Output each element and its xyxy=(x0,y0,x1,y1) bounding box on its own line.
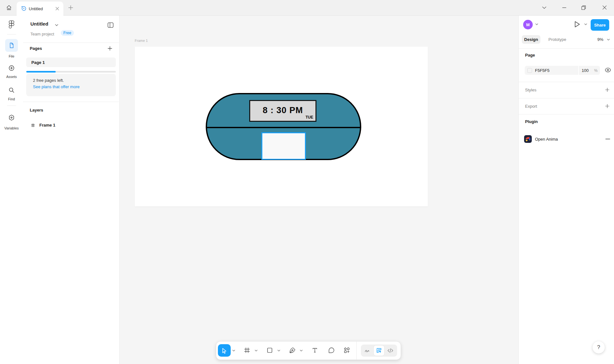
page-name: Page 1 xyxy=(31,60,45,65)
sidebar-item-label: Assets xyxy=(0,75,23,79)
toggle-sidebar-icon[interactable] xyxy=(107,22,114,28)
pen-tool-icon[interactable] xyxy=(289,347,296,354)
opacity-value[interactable]: 100 xyxy=(582,68,589,73)
add-style-plus-icon[interactable] xyxy=(605,88,610,92)
window-minimize-icon[interactable] xyxy=(562,7,566,8)
code-icon[interactable] xyxy=(387,347,394,354)
styles-section-label: Styles xyxy=(525,88,536,92)
rail-divider xyxy=(7,105,16,106)
resources-shapes-icon[interactable] xyxy=(343,347,350,354)
comment-bubble-icon[interactable] xyxy=(328,347,335,354)
rail-divider xyxy=(7,34,16,35)
layers-section-label: Layers xyxy=(30,108,43,112)
add-export-plus-icon[interactable] xyxy=(605,104,610,108)
divider xyxy=(519,98,614,98)
project-title[interactable]: Untitled xyxy=(30,21,48,27)
figma-logo-icon xyxy=(9,20,14,29)
sidebar-item-label: Variables xyxy=(0,126,23,130)
page-section-label: Page xyxy=(525,53,535,58)
help-button[interactable]: ? xyxy=(593,341,605,353)
move-cursor-icon xyxy=(221,347,228,354)
move-tool-chevron-icon[interactable] xyxy=(232,350,235,352)
close-tab-icon[interactable] xyxy=(55,7,59,11)
account-chevron-icon[interactable] xyxy=(535,23,538,25)
layer-row-frame1[interactable]: Frame 1 xyxy=(23,121,119,130)
opacity-unit: % xyxy=(594,68,598,73)
zoom-level[interactable]: 9% xyxy=(597,37,603,42)
clock-display[interactable]: 8 : 30 PM TUE xyxy=(249,100,316,122)
avatar[interactable]: M xyxy=(523,20,533,29)
see-plans-link[interactable]: See plans that offer more xyxy=(33,84,80,89)
plugin-section-label: Plugin xyxy=(525,119,538,124)
window-menu-chevron-icon[interactable] xyxy=(542,6,546,9)
shape-tool-chevron-icon[interactable] xyxy=(277,350,280,352)
clock-time: 8 : 30 PM xyxy=(250,105,315,115)
project-subtitle: Team project xyxy=(30,32,54,36)
plugin-name: Open Anima xyxy=(535,137,558,142)
sidebar-item-label: Find xyxy=(0,97,23,101)
tab-prototype[interactable]: Prototype xyxy=(548,37,566,42)
pages-section-label: Pages xyxy=(30,46,42,51)
share-button[interactable]: Share xyxy=(591,19,609,31)
zoom-chevron-icon[interactable] xyxy=(607,39,610,41)
frame-hash-icon xyxy=(31,123,35,128)
remove-plugin-minus-icon[interactable] xyxy=(605,139,610,139)
clock-pill-shape[interactable]: 8 : 30 PM TUE xyxy=(206,93,361,160)
tab-design[interactable]: Design xyxy=(522,35,540,44)
move-tool-selected[interactable] xyxy=(218,344,231,357)
pen-tool-chevron-icon[interactable] xyxy=(300,350,303,352)
bottom-toolbar xyxy=(216,341,401,360)
left-rail: File Assets Find Variables xyxy=(0,15,23,364)
left-panel: Untitled Team project Free Pages Page 1 … xyxy=(23,15,120,364)
canvas-frame-label[interactable]: Frame 1 xyxy=(135,39,148,43)
color-swatch[interactable] xyxy=(527,68,532,73)
canvas-frame[interactable]: 8 : 30 PM TUE xyxy=(135,47,428,206)
chevron-down-icon[interactable] xyxy=(55,24,58,26)
divider xyxy=(519,82,614,82)
hexagon-variables-icon xyxy=(8,114,15,121)
draw-squiggle-icon[interactable] xyxy=(364,347,371,354)
file-tab[interactable]: Untitled xyxy=(17,2,63,16)
file-icon xyxy=(8,42,15,49)
divider xyxy=(519,114,614,114)
circle-plus-icon xyxy=(8,65,15,72)
pill-divider-line xyxy=(206,127,361,128)
page-color-control[interactable]: F5F5F5 100 % xyxy=(525,66,600,75)
search-icon xyxy=(8,87,15,94)
pen-nib-icon xyxy=(21,6,27,12)
new-tab-plus-icon[interactable] xyxy=(68,5,73,10)
tab-design-label: Design xyxy=(524,37,538,42)
divider xyxy=(23,102,119,102)
text-tool-icon[interactable] xyxy=(311,347,318,354)
tab-title: Untitled xyxy=(29,6,43,11)
rectangle-tool-icon[interactable] xyxy=(266,347,273,354)
free-plan-badge: Free xyxy=(61,30,74,36)
divider xyxy=(519,48,614,49)
frame-tool-icon[interactable] xyxy=(243,347,251,354)
free-plan-notice: 2 free pages left. See plans that offer … xyxy=(26,74,116,96)
present-play-icon[interactable] xyxy=(574,21,580,28)
window-restore-icon[interactable] xyxy=(581,5,586,10)
divider xyxy=(23,43,119,43)
selected-rectangle[interactable] xyxy=(261,132,306,160)
titlebar: Untitled xyxy=(0,0,614,16)
window-close-icon[interactable] xyxy=(602,5,607,10)
visibility-eye-icon[interactable] xyxy=(604,67,611,73)
dev-mode-toggle-selected[interactable] xyxy=(373,345,385,356)
file-active-background xyxy=(5,39,18,52)
pages-progress-fill xyxy=(26,71,56,73)
home-button[interactable] xyxy=(6,4,12,11)
color-hex-value[interactable]: F5F5F5 xyxy=(535,68,550,73)
toolbar-separator xyxy=(356,342,357,360)
present-chevron-icon[interactable] xyxy=(584,23,587,25)
plugin-row-open-anima[interactable]: Open Anima xyxy=(519,133,614,145)
anima-plugin-icon xyxy=(524,135,532,143)
frame-tool-chevron-icon[interactable] xyxy=(255,350,258,352)
help-label: ? xyxy=(597,344,600,351)
free-pages-progress xyxy=(26,71,116,73)
page-list-item-selected[interactable]: Page 1 xyxy=(26,58,116,67)
avatar-initial: M xyxy=(526,22,530,27)
add-page-plus-icon[interactable] xyxy=(108,46,112,51)
control-divider xyxy=(578,66,579,75)
notice-text: 2 free pages left. xyxy=(33,78,64,83)
